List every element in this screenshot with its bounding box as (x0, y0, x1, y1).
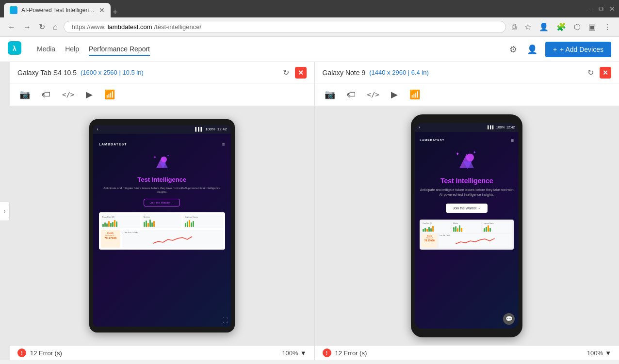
phone-statusbar-right: ▌▌▌ 100% 12:42 (488, 126, 515, 129)
forward-button[interactable]: → (21, 21, 33, 33)
rotate-button-phone[interactable]: ↻ (586, 66, 596, 79)
tablet-fullscreen-icon[interactable]: ⛶ (222, 317, 228, 324)
address-bar[interactable]: https://www.lambdatest.com/test-intellig… (64, 21, 506, 33)
tablet-site-nav: LAMBDATEST ≡ (99, 142, 225, 147)
user-button[interactable]: 👤 (525, 42, 539, 57)
network-tool-phone[interactable]: 📶 (407, 87, 422, 102)
device-toolbar-phone: 📷 🏷 </> ▶ 📶 (315, 83, 619, 106)
chevron-right-icon: › (4, 208, 6, 215)
tablet-site-cta[interactable]: Join the Waitlist → (144, 199, 180, 206)
tablet-site-subtitle: Anticipate and mitigate future issues be… (99, 186, 225, 194)
active-tab[interactable]: AI-Powered Test Intelligence Plat... ✕ (4, 3, 111, 17)
phone-hamburger-icon: ≡ (511, 138, 514, 143)
tablet-battery-text: 100% (205, 127, 215, 131)
back-button[interactable]: ← (6, 21, 17, 33)
network-tool-tablet[interactable]: 📶 (102, 87, 117, 102)
nav-help[interactable]: Help (65, 43, 79, 56)
tab-close-icon[interactable]: ✕ (99, 6, 105, 14)
error-icon-phone: ! (323, 348, 331, 357)
tag-tool-phone[interactable]: 🏷 (345, 88, 358, 102)
device-header-phone: Galaxy Note 9 (1440 x 2960 | 6.4 in) ↻ ✕ (315, 62, 619, 83)
new-tab-button[interactable]: + (113, 7, 118, 17)
video-tool-phone[interactable]: ▶ (389, 87, 400, 102)
nav-media[interactable]: Media (37, 43, 55, 56)
zoom-value-phone: 100% (587, 349, 603, 357)
share-icon[interactable]: ⎙ (510, 21, 519, 33)
phone-site-cta[interactable]: Join the Waitlist → (446, 204, 488, 213)
phone-time-text: 12:42 (506, 126, 515, 129)
browser-toolbar: ← → ↻ ⌂ https://www.lambdatest.com/test-… (0, 17, 619, 37)
close-button-phone[interactable]: ✕ (600, 67, 611, 79)
close-button-tablet[interactable]: ✕ (295, 67, 307, 79)
tablet-cta-label: Join the Waitlist → (150, 201, 174, 204)
phone-shell: λ ▌▌▌ 100% 12:42 LAMBDATEST ≡ (411, 114, 522, 337)
add-devices-label: + Add Devices (560, 46, 603, 53)
phone-notch (447, 114, 486, 123)
tag-tool-tablet[interactable]: 🏷 (40, 88, 52, 102)
app-header: λ Media Help Performance Report ⚙ 👤 + + … (0, 37, 619, 62)
url-domain: lambdatest.com (108, 23, 152, 31)
zoom-control-phone: 100% ▼ (587, 349, 611, 357)
device-specs-tablet: (1600 x 2560 | 10.5 in) (81, 69, 144, 76)
minimize-icon[interactable]: ─ (588, 5, 593, 13)
error-text-phone: 12 Error (s) (335, 349, 367, 357)
svg-point-5 (466, 154, 474, 161)
restore-icon[interactable]: ⧉ (599, 5, 603, 13)
device-viewport-phone: λ ▌▌▌ 100% 12:42 LAMBDATEST ≡ (315, 106, 619, 345)
reload-button[interactable]: ↻ (37, 20, 47, 33)
tablet-statusbar-right: ▌▌▌ 100% 12:42 (195, 127, 227, 131)
menu-icon[interactable]: ⋮ (602, 20, 613, 33)
nav-performance[interactable]: Performance Report (89, 43, 150, 56)
svg-text:✦: ✦ (473, 150, 476, 155)
rotate-button-tablet[interactable]: ↻ (281, 66, 291, 79)
device-specs-phone: (1440 x 2960 | 6.4 in) (369, 69, 429, 76)
phone-site-subtitle: Anticipate and mitigate future issues be… (420, 188, 514, 198)
svg-text:λ: λ (13, 45, 16, 52)
collapse-sidebar-tab[interactable]: › (0, 202, 10, 221)
code-tool-phone[interactable]: </> (365, 89, 381, 100)
header-actions: ⚙ 👤 + + Add Devices (507, 42, 611, 57)
zoom-dropdown-tablet[interactable]: ▼ (300, 349, 307, 357)
screenshot-tool-phone[interactable]: 📷 (323, 87, 337, 102)
tab-label: AI-Powered Test Intelligence Plat... (21, 7, 95, 14)
device-panel-phone: Galaxy Note 9 (1440 x 2960 | 6.4 in) ↻ ✕… (315, 62, 619, 360)
app-logo-icon: λ (8, 41, 21, 57)
extension2-icon[interactable]: ⬡ (572, 20, 583, 33)
phone-cta-label: Join the Waitlist → (453, 206, 481, 210)
phone-dashboard: Pass Rate QE (420, 220, 514, 250)
phone-chat-bubble[interactable]: 💬 (503, 313, 515, 325)
device-header-tablet: Galaxy Tab S4 10.5 (1600 x 2560 | 10.5 i… (10, 62, 314, 83)
tablet-time-text: 12:42 (217, 127, 227, 131)
profile-icon[interactable]: 👤 (537, 20, 551, 33)
settings-button[interactable]: ⚙ (507, 42, 519, 57)
tab-strip: AI-Powered Test Intelligence Plat... ✕ + (4, 0, 584, 17)
phone-battery-text: 100% (496, 126, 505, 129)
tablet-hamburger-icon: ≡ (222, 142, 225, 147)
browser-chrome: AI-Powered Test Intelligence Plat... ✕ +… (0, 0, 619, 37)
sidebar-toggle-icon[interactable]: ▣ (586, 20, 598, 33)
window-controls: ─ ⧉ ✕ (588, 5, 615, 13)
phone-statusbar: λ ▌▌▌ 100% 12:42 (415, 123, 519, 132)
tablet-dashboard: Pass Rate QE (99, 212, 225, 250)
extension-icon[interactable]: 🧩 (554, 20, 568, 33)
browser-titlebar: AI-Powered Test Intelligence Plat... ✕ +… (0, 0, 619, 17)
home-button[interactable]: ⌂ (51, 21, 60, 33)
screenshot-tool-tablet[interactable]: 📷 (17, 87, 32, 102)
add-devices-button[interactable]: + + Add Devices (545, 42, 611, 57)
zoom-dropdown-phone[interactable]: ▼ (605, 349, 611, 357)
bookmark-icon[interactable]: ☆ (522, 20, 533, 33)
tablet-site-logo-icon: ✦ ✦ (152, 153, 172, 172)
device-statusbar-tablet: ! 12 Error (s) 100% ▼ (10, 345, 314, 360)
svg-text:✦: ✦ (167, 154, 169, 157)
phone-logo-text: λ (419, 126, 420, 129)
app-nav: Media Help Performance Report (37, 43, 496, 56)
window-close-icon[interactable]: ✕ (609, 5, 615, 13)
code-tool-tablet[interactable]: </> (60, 89, 76, 100)
tablet-site-logo: LAMBDATEST (99, 142, 127, 146)
url-path: /test-intelligence/ (154, 23, 202, 31)
zoom-control-tablet: 100% ▼ (282, 349, 306, 357)
video-tool-tablet[interactable]: ▶ (84, 87, 95, 102)
phone-screen: λ ▌▌▌ 100% 12:42 LAMBDATEST ≡ (415, 123, 519, 329)
device-name-phone: Galaxy Note 9 (323, 69, 366, 77)
svg-text:✦: ✦ (153, 155, 157, 159)
